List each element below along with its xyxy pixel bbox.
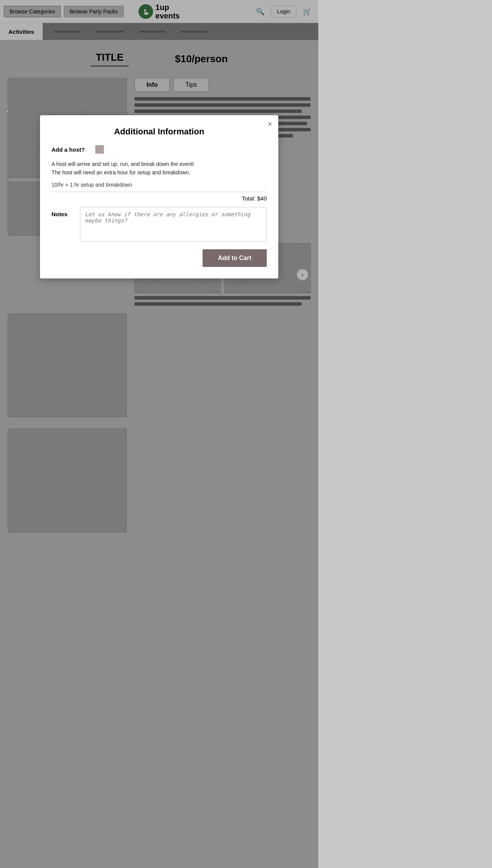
add-host-label: Add a host? bbox=[52, 146, 90, 153]
add-to-cart-button[interactable]: Add to Cart bbox=[203, 249, 267, 267]
host-description: A host will arrive and set up, run, and … bbox=[52, 160, 267, 177]
additional-info-modal: Additional Information × Add a host? A h… bbox=[40, 115, 278, 278]
notes-textarea[interactable] bbox=[80, 207, 267, 242]
modal-close-button[interactable]: × bbox=[268, 120, 272, 129]
add-host-row: Add a host? bbox=[52, 145, 267, 154]
host-pricing: 10/hr + 1 hr setup and breakdown bbox=[52, 182, 267, 188]
modal-overlay: Additional Information × Add a host? A h… bbox=[0, 0, 318, 868]
host-desc-line1: A host will arrive and set up, run, and … bbox=[52, 160, 267, 168]
modal-footer: Add to Cart bbox=[52, 249, 267, 267]
add-host-checkbox[interactable] bbox=[95, 145, 104, 154]
modal-divider bbox=[52, 192, 267, 192]
notes-label: Notes bbox=[52, 207, 75, 217]
modal-total: Total: $40 bbox=[52, 195, 267, 202]
notes-row: Notes bbox=[52, 207, 267, 242]
modal-title: Additional Information bbox=[52, 127, 267, 137]
host-desc-line2: The host will need an extra hour for set… bbox=[52, 168, 267, 177]
